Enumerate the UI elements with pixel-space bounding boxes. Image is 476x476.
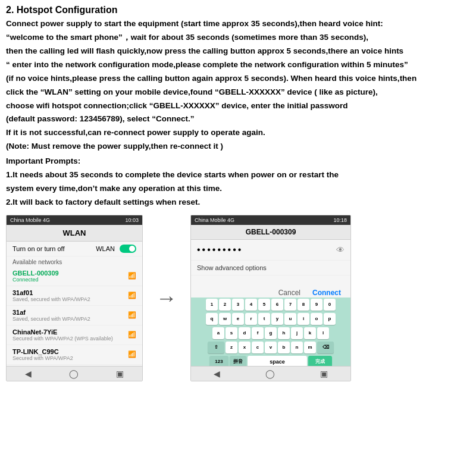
kb-key-k[interactable]: k xyxy=(304,327,316,339)
home-icon[interactable]: ◯ xyxy=(69,369,79,378)
network3-row[interactable]: 31af Saved, secured with WPA/WPA2 📶 xyxy=(7,306,142,325)
back-icon-2[interactable]: ◀ xyxy=(214,369,220,378)
kb-key-f[interactable]: f xyxy=(252,327,264,339)
kb-key-q[interactable]: q xyxy=(206,313,218,325)
phone2-carrier: China Mobile 4G xyxy=(195,217,234,223)
phone1-bottom-bar: ◀ ◯ ▣ xyxy=(7,366,142,381)
phone2-screenshot: China Mobile 4G 10:18 GBELL-000309 •••••… xyxy=(190,215,351,381)
phone2-bottom-bar: ◀ ◯ ▣ xyxy=(191,366,350,381)
kb-key-d[interactable]: d xyxy=(239,327,250,339)
kb-key-r[interactable]: r xyxy=(245,313,257,325)
para5: (if no voice hints,please press the call… xyxy=(6,73,470,85)
para6: click the “WLAN” setting on your mobile … xyxy=(6,86,470,99)
network2-name: 31af01 xyxy=(12,289,90,296)
arrow-icon: → xyxy=(156,286,177,311)
para7: choose wifi hotspot connection;click “GB… xyxy=(6,100,470,112)
kb-key-8[interactable]: 8 xyxy=(298,299,309,311)
wlan-toggle[interactable] xyxy=(120,245,136,253)
network5-name: TP-LINK_C99C xyxy=(12,348,73,355)
kb-key-o[interactable]: o xyxy=(311,313,322,325)
phone1-header: WLAN xyxy=(7,225,142,242)
wifi-icon-1: 📶 xyxy=(128,272,136,280)
kb-key-i[interactable]: i xyxy=(298,313,309,325)
network1-name: GBELL-000309 xyxy=(12,270,59,277)
available-networks-label: Available networks xyxy=(7,256,142,267)
kb-key-p[interactable]: p xyxy=(324,313,336,325)
kb-key-6[interactable]: 6 xyxy=(271,299,283,311)
kb-key-backspace[interactable]: ⌫ xyxy=(317,342,334,353)
important-label: Important Prompts: xyxy=(6,155,470,168)
para9: If it is not successful,can re-connect p… xyxy=(6,127,470,139)
kb-key-0[interactable]: 0 xyxy=(324,299,336,311)
kb-key-h[interactable]: h xyxy=(278,327,290,339)
password-row: ••••••••• 👁 xyxy=(191,240,350,261)
kb-key-2[interactable]: 2 xyxy=(219,299,231,311)
phone1-carrier: China Mobile 4G xyxy=(10,217,50,223)
kb-key-7[interactable]: 7 xyxy=(284,299,296,311)
page-container: 2. Hotspot Configuration Connect power s… xyxy=(0,0,476,386)
eye-icon[interactable]: 👁 xyxy=(336,245,345,255)
network1-status: Connected xyxy=(12,277,59,283)
connect-button[interactable]: Connect xyxy=(312,289,341,297)
para3: then the calling led will flash quickly,… xyxy=(6,45,470,58)
recent-icon[interactable]: ▣ xyxy=(116,369,124,378)
keyboard: 1 2 3 4 5 6 7 8 9 0 q w e r t xyxy=(191,298,350,369)
para1: Connect power supply to start the equipm… xyxy=(6,18,470,30)
kb-key-shift[interactable]: ⇧ xyxy=(208,342,224,353)
network3-status: Saved, secured with WPA/WPA2 xyxy=(12,316,90,322)
network2-row[interactable]: 31af01 Saved, secured with WPA/WPA2 📶 xyxy=(7,286,142,306)
show-advanced-options[interactable]: Show advanced options xyxy=(191,261,350,275)
kb-key-s[interactable]: s xyxy=(226,327,237,339)
wlan-turn-label: Turn on or turn off xyxy=(12,245,64,252)
kb-key-j[interactable]: j xyxy=(291,327,303,339)
wifi-icon-5: 📶 xyxy=(128,350,136,358)
kb-key-n[interactable]: n xyxy=(291,342,303,353)
kb-key-e[interactable]: e xyxy=(232,313,244,325)
images-row: China Mobile 4G 10:03 WLAN Turn on or tu… xyxy=(6,215,470,381)
cancel-button[interactable]: Cancel xyxy=(278,289,300,297)
phone1-time: 10:03 xyxy=(125,217,139,223)
phone2-status-bar: China Mobile 4G 10:18 xyxy=(191,215,350,225)
kb-key-y[interactable]: y xyxy=(271,313,283,325)
kb-key-3[interactable]: 3 xyxy=(232,299,244,311)
para10: (Note: Must remove the power supply,then… xyxy=(6,140,470,153)
important1: 1.It needs about 35 seconds to complete … xyxy=(6,169,470,181)
arrow-container: → xyxy=(149,286,184,311)
wlan-label: WLAN xyxy=(96,245,115,252)
kb-key-v[interactable]: v xyxy=(265,342,277,353)
page-title: 2. Hotspot Configuration xyxy=(6,5,470,15)
kb-key-c[interactable]: c xyxy=(252,342,264,353)
kb-key-z[interactable]: z xyxy=(226,342,237,353)
network4-name: ChinaNet-7YiE xyxy=(12,328,113,336)
para2: “welcome to the smart phone”，wait for ab… xyxy=(6,32,470,44)
kb-key-9[interactable]: 9 xyxy=(311,299,322,311)
network1-row[interactable]: GBELL-000309 Connected 📶 xyxy=(7,267,142,286)
kb-key-t[interactable]: t xyxy=(258,313,270,325)
network5-row[interactable]: TP-LINK_C99C Secured with WPA/WPA2 📶 xyxy=(7,345,142,365)
kb-key-x[interactable]: x xyxy=(239,342,250,353)
home-icon-2[interactable]: ◯ xyxy=(265,369,275,378)
kb-key-b[interactable]: b xyxy=(278,342,290,353)
back-icon[interactable]: ◀ xyxy=(25,369,32,378)
network4-status: Secured with WPA/WPA2 (WPS available) xyxy=(12,336,113,342)
network4-row[interactable]: ChinaNet-7YiE Secured with WPA/WPA2 (WPS… xyxy=(7,325,142,345)
kb-key-a[interactable]: a xyxy=(212,327,224,339)
kb-key-m[interactable]: m xyxy=(304,342,316,353)
phone1-screenshot: China Mobile 4G 10:03 WLAN Turn on or tu… xyxy=(6,215,143,381)
phone1-status-bar: China Mobile 4G 10:03 xyxy=(7,215,142,225)
kb-row-qwerty: q w e r t y u i o p xyxy=(191,312,350,326)
kb-key-1[interactable]: 1 xyxy=(206,299,218,311)
kb-row-zxcv: ⇧ z x c v b n m ⌫ xyxy=(191,340,350,355)
kb-key-u[interactable]: u xyxy=(284,313,296,325)
recent-icon-2[interactable]: ▣ xyxy=(320,369,328,378)
kb-key-w[interactable]: w xyxy=(219,313,231,325)
kb-key-g[interactable]: g xyxy=(265,327,277,339)
kb-key-5[interactable]: 5 xyxy=(258,299,270,311)
wifi-icon-3: 📶 xyxy=(128,311,136,319)
wifi-icon-4: 📶 xyxy=(128,331,136,339)
phone2-time: 10:18 xyxy=(333,217,347,223)
network5-status: Secured with WPA/WPA2 xyxy=(12,355,73,361)
kb-key-l[interactable]: l xyxy=(317,327,329,339)
para8: (default password: 123456789), select “C… xyxy=(6,113,470,126)
kb-key-4[interactable]: 4 xyxy=(245,299,257,311)
